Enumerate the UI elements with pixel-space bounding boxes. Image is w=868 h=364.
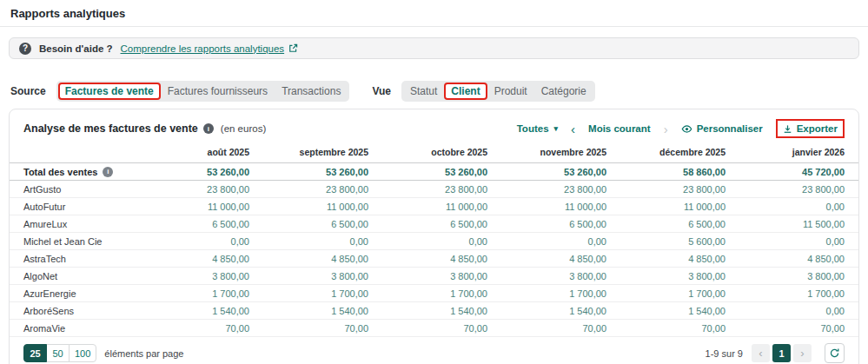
cell-value: 70,00 (368, 320, 487, 337)
table-row: AzurEnergie1 700,001 700,001 700,001 700… (10, 285, 858, 302)
cell-value: 6 500,00 (368, 215, 487, 233)
cell-value: 1 540,00 (249, 302, 368, 320)
period-filter-label: Toutes (517, 123, 549, 134)
column-header: novembre 2025 (487, 144, 606, 163)
sales-invoices-table: août 2025septembre 2025octobre 2025novem… (10, 144, 858, 337)
cell-value: 3 800,00 (726, 268, 858, 285)
cell-value: 3 800,00 (249, 268, 368, 285)
page-size-button-100[interactable]: 100 (69, 344, 96, 362)
help-label: Besoin d'aide ? (39, 43, 113, 54)
cell-value: 4 850,00 (249, 250, 368, 268)
export-label: Exporter (797, 123, 838, 134)
page-size-button-50[interactable]: 50 (46, 344, 70, 362)
cell-value: 11 000,00 (606, 198, 726, 215)
cell-value: 23 800,00 (726, 181, 858, 198)
table-row: Total des ventesi53 260,0053 260,0053 26… (10, 163, 858, 181)
view-tab-client[interactable]: Client (444, 83, 487, 100)
view-tab-group: StatutClientProduitCatégorie (401, 81, 595, 102)
table-row: AstraTech4 850,004 850,004 850,004 850,0… (10, 250, 858, 268)
caret-down-icon: ▾ (554, 124, 559, 133)
table-row: AutoFutur11 000,0011 000,0011 000,0011 0… (10, 198, 858, 215)
report-title: Analyse de mes factures de vente (23, 122, 198, 135)
pagination-area: 1-9 sur 9 ‹ 1 › (706, 343, 845, 363)
cell-value: 70,00 (130, 320, 249, 337)
cell-value: 11 000,00 (130, 198, 249, 215)
cell-value: 1 540,00 (130, 302, 249, 320)
page-size-label: éléments par page (104, 348, 183, 359)
current-page-button[interactable]: 1 (772, 344, 791, 362)
view-tab-statut[interactable]: Statut (403, 83, 444, 100)
row-label: ArtGusto (10, 181, 130, 198)
cell-value: 23 800,00 (249, 181, 368, 198)
row-label-text: AromaVie (23, 323, 65, 334)
pager: ‹ 1 › (752, 344, 812, 362)
page-size-button-25[interactable]: 25 (23, 344, 47, 362)
row-label: AromaVie (10, 320, 130, 337)
help-link-text: Comprendre les rapports analytiques (121, 43, 285, 54)
cell-value: 1 700,00 (249, 285, 368, 302)
cell-value: 1 700,00 (726, 285, 858, 302)
cell-value: 1 540,00 (368, 302, 487, 320)
report-card-header: Analyse de mes factures de vente i (en e… (10, 109, 858, 144)
cell-value: 58 860,00 (606, 163, 726, 181)
row-label: ArboréSens (10, 302, 130, 320)
cell-value: 23 800,00 (130, 181, 249, 198)
range-label: 1-9 sur 9 (706, 348, 743, 359)
row-label-text: AmureLux (23, 219, 67, 229)
info-icon[interactable]: i (103, 167, 113, 177)
column-header: janvier 2026 (726, 144, 858, 163)
label-column-header (10, 144, 130, 163)
cell-value: 1 700,00 (130, 285, 249, 302)
cell-value: 1 700,00 (487, 285, 606, 302)
report-toolbar: Toutes ▾ ‹ Mois courant › Personnaliser (517, 119, 845, 138)
title-bar: Rapports analytiques (0, 0, 868, 27)
info-icon[interactable]: i (203, 123, 214, 134)
cell-value: 23 800,00 (368, 181, 487, 198)
download-icon (783, 124, 792, 134)
column-header: octobre 2025 (368, 144, 487, 163)
cell-value: 1 540,00 (606, 302, 726, 320)
row-label-text: AstraTech (23, 254, 66, 264)
cell-value: 4 850,00 (487, 250, 606, 268)
source-tab-factures-de-vente[interactable]: Factures de vente (58, 83, 161, 100)
cell-value: 11 000,00 (368, 198, 487, 215)
cell-value: 0,00 (249, 233, 368, 250)
next-page-button[interactable]: › (793, 344, 812, 362)
cell-value: 0,00 (487, 233, 606, 250)
next-month-button[interactable]: › (664, 122, 668, 136)
source-tab-transactions[interactable]: Transactions (275, 83, 348, 100)
previous-page-button[interactable]: ‹ (752, 344, 770, 362)
previous-month-button[interactable]: ‹ (571, 122, 575, 136)
row-label-text: AzurEnergie (23, 288, 76, 299)
view-tab-cat-gorie[interactable]: Catégorie (534, 83, 593, 100)
table-header-row: août 2025septembre 2025octobre 2025novem… (10, 144, 858, 163)
current-month-button[interactable]: Mois courant (588, 123, 651, 134)
table-row: AlgoNet3 800,003 800,003 800,003 800,003… (10, 268, 858, 285)
page-size-group: 2550100 (23, 344, 96, 362)
cell-value: 70,00 (487, 320, 606, 337)
column-header: septembre 2025 (249, 144, 368, 163)
refresh-button[interactable] (825, 343, 845, 363)
cell-value: 3 800,00 (130, 268, 249, 285)
table-row: ArboréSens1 540,001 540,001 540,001 540,… (10, 302, 858, 320)
cell-value: 23 800,00 (606, 181, 726, 198)
cell-value: 11 000,00 (249, 198, 368, 215)
cell-value: 53 260,00 (130, 163, 249, 181)
help-link[interactable]: Comprendre les rapports analytiques (121, 43, 299, 54)
cell-value: 11 500,00 (726, 215, 858, 233)
row-label-text: Total des ventes (23, 167, 97, 177)
help-banner: ? Besoin d'aide ? Comprendre les rapport… (9, 37, 859, 59)
export-button[interactable]: Exporter (783, 123, 838, 134)
column-header: août 2025 (130, 144, 249, 163)
customize-button[interactable]: Personnaliser (681, 123, 763, 135)
source-label: Source (10, 85, 46, 97)
period-filter-dropdown[interactable]: Toutes ▾ (517, 123, 558, 134)
source-tab-factures-fournisseurs[interactable]: Factures fournisseurs (161, 83, 275, 100)
row-label: AzurEnergie (10, 285, 130, 302)
cell-value: 0,00 (130, 233, 249, 250)
cell-value: 3 800,00 (487, 268, 606, 285)
view-tab-produit[interactable]: Produit (487, 83, 534, 100)
row-label-text: ArtGusto (23, 184, 61, 195)
table-row: AromaVie70,0070,0070,0070,0070,0070,00 (10, 320, 858, 337)
analytics-reports-page: Rapports analytiques ? Besoin d'aide ? C… (0, 0, 868, 364)
